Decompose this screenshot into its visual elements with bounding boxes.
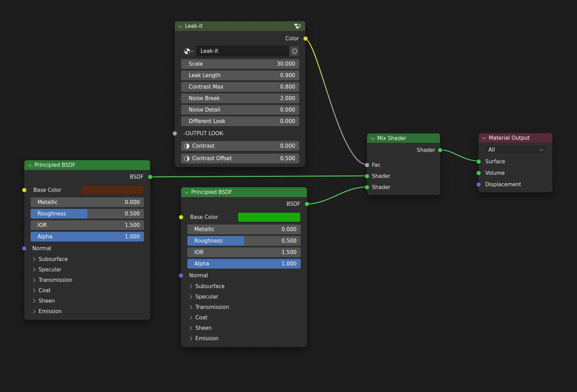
slider-label: IOR <box>31 222 47 228</box>
collapse-chevron-icon[interactable] <box>185 190 188 194</box>
base-color-swatch[interactable] <box>81 185 144 195</box>
input-row-shader-2: Shader <box>372 183 436 191</box>
node-mix-shader[interactable]: Mix Shader Shader Fac Shader Shader <box>367 133 440 195</box>
slider-value: 1.000 <box>282 261 301 267</box>
node-principled-bsdf-2[interactable]: Principled BSDF BSDF Base Color Metallic… <box>181 187 307 347</box>
panel-emission[interactable]: Emission <box>31 307 144 316</box>
slider-contrast-offset[interactable]: Contrast Offset 0.500 <box>181 154 299 163</box>
node-header-principled-1[interactable]: Principled BSDF <box>24 160 150 170</box>
slider-different-look[interactable]: Different Look 0.000 <box>181 116 299 126</box>
panel-chevron-icon <box>188 284 192 288</box>
slider-value: 0.500 <box>282 238 301 244</box>
slider-scale[interactable]: Scale 30.000 <box>181 59 299 69</box>
slider-label: Contrast Max <box>181 84 224 90</box>
panel-sheen[interactable]: Sheen <box>187 324 301 332</box>
output-label: BSDF <box>130 174 144 180</box>
section-label: -OUTPUT LOOK- <box>184 130 224 137</box>
slider-alpha[interactable]: Alpha 1.000 <box>187 259 301 269</box>
node-leak-it[interactable]: Leak-it Color Leak-it <box>174 21 306 167</box>
socket-surface-input[interactable] <box>476 159 481 164</box>
socket-bsdf-output[interactable] <box>148 174 153 179</box>
slider-label: IOR <box>187 249 204 255</box>
panel-emission[interactable]: Emission <box>187 334 301 343</box>
base-color-label: Base Color <box>31 187 61 193</box>
shader-node-editor: { "editor": { "background": "#1d1d1d", "… <box>0 0 577 392</box>
socket-shader-input-1[interactable] <box>365 174 369 179</box>
slider-label: Noise Detail <box>181 107 220 113</box>
socket-bsdf-output[interactable] <box>304 202 309 206</box>
panel-coat[interactable]: Coat <box>31 286 144 295</box>
base-color-swatch[interactable] <box>238 212 301 222</box>
panel-chevron-icon <box>188 295 192 299</box>
socket-normal-input[interactable] <box>22 246 27 251</box>
collapse-chevron-icon[interactable] <box>28 163 32 166</box>
slider-value: 30.000 <box>277 61 300 67</box>
output-label: Color <box>285 35 299 42</box>
base-color-row: Base Color <box>31 185 144 195</box>
socket-output-look-input[interactable] <box>172 131 177 136</box>
panel-specular[interactable]: Specular <box>187 293 301 301</box>
slider-metallic[interactable]: Metallic 0.000 <box>187 224 301 234</box>
panel-coat[interactable]: Coat <box>187 313 301 322</box>
slider-contrast[interactable]: Contrast 0.000 <box>181 141 299 151</box>
slider-roughness[interactable]: Roughness 0.500 <box>187 236 301 246</box>
slider-label: Roughness <box>187 238 223 244</box>
nodegroup-name-field[interactable]: Leak-it <box>196 46 288 56</box>
output-row-color: Color <box>181 34 299 43</box>
panel-label: Specular <box>39 267 62 273</box>
target-dropdown[interactable]: All <box>485 145 546 154</box>
socket-volume-input[interactable] <box>476 171 481 175</box>
panel-subsurface[interactable]: Subsurface <box>31 255 144 263</box>
collapse-chevron-icon[interactable] <box>371 136 374 139</box>
slider-contrast-max[interactable]: Contrast Max 0.800 <box>181 82 299 92</box>
panel-chevron-icon <box>188 326 192 330</box>
socket-base-color-input[interactable] <box>179 215 184 220</box>
fake-user-button[interactable] <box>290 46 299 56</box>
panel-transmission[interactable]: Transmission <box>31 276 144 284</box>
input-row-fac: Fac <box>372 161 436 169</box>
output-label: BSDF <box>286 201 300 207</box>
output-row-bsdf: BSDF <box>187 200 301 208</box>
socket-displacement-input[interactable] <box>476 182 481 187</box>
slider-leak-length[interactable]: Leak Length 0.900 <box>181 71 299 80</box>
slider-value: 0.000 <box>125 199 144 205</box>
input-label: Surface <box>485 158 505 165</box>
collapse-chevron-icon[interactable] <box>178 24 182 27</box>
wire-mix-to-surface <box>440 150 478 161</box>
node-title: Leak-it <box>185 23 203 29</box>
slider-ior[interactable]: IOR 1.500 <box>187 247 301 257</box>
slider-noise-break[interactable]: Noise Break 2.000 <box>181 93 299 103</box>
socket-shader-output[interactable] <box>438 148 442 153</box>
input-label: Fac <box>372 162 381 168</box>
normal-label: Normal <box>32 245 51 252</box>
socket-color-output[interactable] <box>303 36 308 41</box>
collapse-chevron-icon[interactable] <box>482 135 486 139</box>
node-header-principled-2[interactable]: Principled BSDF <box>181 187 307 197</box>
slider-alpha[interactable]: Alpha 1.000 <box>31 232 144 242</box>
panel-chevron-icon <box>31 257 35 261</box>
slider-metallic[interactable]: Metallic 0.000 <box>31 197 144 207</box>
slider-roughness[interactable]: Roughness 0.500 <box>31 209 144 219</box>
node-principled-bsdf-1[interactable]: Principled BSDF BSDF Base Color Metallic… <box>24 160 151 320</box>
slider-ior[interactable]: IOR 1.500 <box>31 220 144 230</box>
node-header-leak-it[interactable]: Leak-it <box>175 21 305 31</box>
slider-noise-detail[interactable]: Noise Detail 0.000 <box>181 105 299 115</box>
panel-label: Emission <box>39 308 62 315</box>
node-header-material-output[interactable]: Material Output <box>479 133 552 142</box>
node-header-mix-shader[interactable]: Mix Shader <box>367 133 440 143</box>
panel-label: Specular <box>195 294 218 300</box>
panel-transmission[interactable]: Transmission <box>187 303 301 311</box>
panel-chevron-icon <box>188 305 192 309</box>
socket-normal-input[interactable] <box>179 273 184 278</box>
panel-sheen[interactable]: Sheen <box>31 297 144 305</box>
socket-fac-input[interactable] <box>365 163 369 168</box>
panel-subsurface[interactable]: Subsurface <box>187 282 301 291</box>
panel-label: Transmission <box>39 277 72 283</box>
material-browse-button[interactable] <box>181 46 196 56</box>
panel-chevron-icon <box>31 299 35 303</box>
panel-chevron-icon <box>188 316 192 319</box>
node-material-output[interactable]: Material Output All Surface Volume Displ… <box>478 133 553 193</box>
socket-shader-input-2[interactable] <box>365 185 369 190</box>
panel-specular[interactable]: Specular <box>31 266 144 274</box>
socket-base-color-input[interactable] <box>22 188 27 193</box>
